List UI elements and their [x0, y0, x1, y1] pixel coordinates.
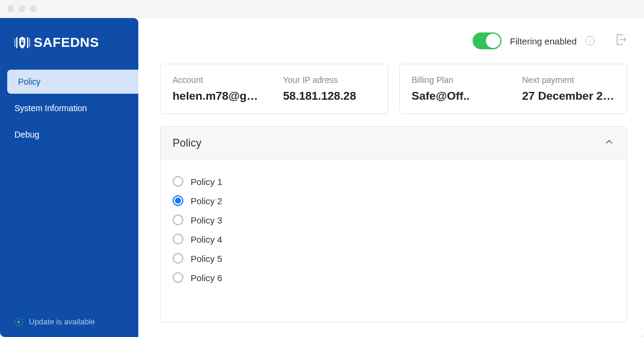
- policy-panel: Policy Policy 1 Policy 2: [160, 126, 627, 323]
- window-close-dot[interactable]: [7, 5, 14, 12]
- sidebar: SAFEDNS Policy System Information Debug …: [0, 18, 138, 337]
- plan-field: Billing Plan Safe@Off..: [412, 75, 504, 103]
- info-cards: Account helen.m78@gma.. Your IP adress 5…: [160, 64, 627, 114]
- radio-icon: [173, 234, 183, 244]
- radio-icon: [173, 214, 183, 225]
- account-label: Account: [173, 75, 265, 85]
- update-text: Update is available: [29, 317, 95, 326]
- policy-option-label: Policy 4: [191, 234, 222, 244]
- sidebar-item-system-information[interactable]: System Information: [0, 96, 138, 120]
- app-body: SAFEDNS Policy System Information Debug …: [0, 18, 644, 337]
- sidebar-nav: Policy System Information Debug: [0, 70, 138, 149]
- policy-option-label: Policy 6: [191, 273, 222, 283]
- next-payment-value: 27 December 2022: [522, 90, 615, 103]
- filtering-label: Filtering enabled: [510, 36, 577, 46]
- policy-option-2[interactable]: Policy 2: [173, 191, 615, 210]
- radio-icon: [173, 176, 183, 187]
- update-available-icon: [14, 318, 23, 326]
- ip-label: Your IP adress: [283, 75, 376, 85]
- main-content: Filtering enabled i Account helen.m78@gm…: [138, 18, 644, 337]
- sidebar-item-debug[interactable]: Debug: [0, 123, 138, 147]
- policy-option-6[interactable]: Policy 6: [173, 268, 615, 287]
- account-field: Account helen.m78@gma..: [173, 75, 265, 103]
- topbar: Filtering enabled i: [160, 32, 627, 49]
- ip-field: Your IP adress 58.181.128.28: [283, 75, 376, 103]
- plan-label: Billing Plan: [412, 75, 504, 85]
- info-icon[interactable]: i: [585, 36, 595, 46]
- policy-option-label: Policy 2: [191, 196, 222, 206]
- window-titlebar: [0, 0, 644, 18]
- policy-option-1[interactable]: Policy 1: [173, 172, 615, 191]
- policy-option-5[interactable]: Policy 5: [173, 249, 615, 268]
- logout-icon[interactable]: [615, 34, 627, 48]
- brand-text: SAFEDNS: [34, 35, 99, 50]
- radio-icon: [173, 253, 183, 264]
- sidebar-item-policy[interactable]: Policy: [7, 70, 138, 94]
- next-payment-field: Next payment 27 December 2022: [522, 75, 615, 103]
- policy-option-label: Policy 3: [191, 215, 222, 225]
- nav-label: Policy: [18, 77, 40, 87]
- svg-rect-0: [21, 42, 23, 45]
- chevron-up-icon[interactable]: [604, 136, 615, 150]
- radio-icon: [173, 272, 183, 283]
- ip-value: 58.181.128.28: [283, 90, 376, 103]
- shield-icon: [14, 35, 30, 50]
- billing-card: Billing Plan Safe@Off.. Next payment 27 …: [399, 64, 628, 114]
- next-payment-label: Next payment: [522, 75, 615, 85]
- policy-panel-body: Policy 1 Policy 2 Policy 3 Policy 4: [161, 160, 627, 322]
- nav-label: System Information: [14, 103, 87, 113]
- policy-option-label: Policy 1: [191, 177, 222, 187]
- app-window: SAFEDNS Policy System Information Debug …: [0, 0, 644, 337]
- brand-logo: SAFEDNS: [0, 35, 138, 70]
- nav-label: Debug: [14, 130, 39, 139]
- policy-panel-header[interactable]: Policy: [161, 127, 627, 160]
- plan-value: Safe@Off..: [412, 90, 504, 103]
- filtering-toggle[interactable]: [473, 32, 501, 49]
- policy-option-label: Policy 5: [191, 254, 222, 264]
- window-maximize-dot[interactable]: [30, 5, 37, 12]
- account-card: Account helen.m78@gma.. Your IP adress 5…: [160, 64, 388, 114]
- radio-icon: [173, 195, 183, 206]
- policy-option-4[interactable]: Policy 4: [173, 229, 615, 249]
- account-value: helen.m78@gma..: [173, 90, 265, 103]
- window-minimize-dot[interactable]: [19, 5, 25, 12]
- sidebar-footer[interactable]: Update is available: [0, 306, 138, 337]
- policy-option-3[interactable]: Policy 3: [173, 210, 615, 229]
- policy-panel-title: Policy: [173, 137, 201, 150]
